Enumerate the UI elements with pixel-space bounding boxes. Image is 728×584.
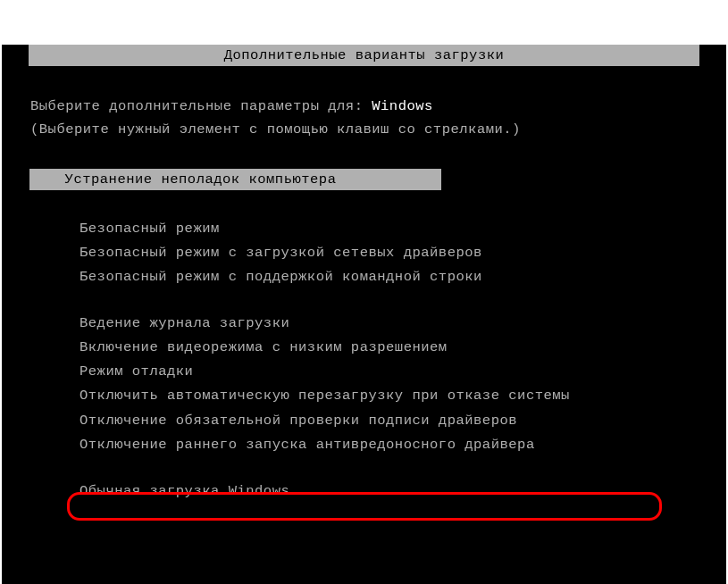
content-area: Выберите дополнительные параметры для: W… — [2, 95, 726, 504]
instruction-line1: Выберите дополнительные параметры для: W… — [30, 95, 698, 118]
option-disable-auto-restart[interactable]: Отключить автоматическую перезагрузку пр… — [79, 384, 698, 408]
option-safe-mode-networking[interactable]: Безопасный режим с загрузкой сетевых дра… — [79, 241, 698, 265]
boot-options-screen: Дополнительные варианты загрузки Выберит… — [2, 45, 726, 584]
option-start-windows-normally[interactable]: Обычная загрузка Windows — [79, 480, 698, 504]
instruction-text: Выберите дополнительные параметры для: W… — [30, 95, 698, 142]
instruction-line2: (Выберите нужный элемент с помощью клави… — [30, 118, 698, 141]
instruction-prefix: Выберите дополнительные параметры для: — [30, 98, 372, 114]
option-boot-logging[interactable]: Ведение журнала загрузки — [79, 312, 698, 336]
option-safe-mode-command[interactable]: Безопасный режим с поддержкой командной … — [79, 265, 698, 289]
normal-boot-group: Обычная загрузка Windows — [30, 480, 698, 504]
screen-title: Дополнительные варианты загрузки — [29, 45, 699, 66]
os-name: Windows — [372, 98, 433, 114]
option-disable-early-launch-antimalware[interactable]: Отключение раннего запуска антивредоносн… — [79, 433, 698, 457]
option-low-res-video[interactable]: Включение видеорежима с низким разрешени… — [79, 336, 698, 360]
option-debug-mode[interactable]: Режим отладки — [79, 360, 698, 384]
safe-mode-group: Безопасный режим Безопасный режим с загр… — [30, 217, 698, 289]
option-safe-mode[interactable]: Безопасный режим — [79, 217, 698, 241]
advanced-options-group: Ведение журнала загрузки Включение видео… — [30, 312, 698, 457]
selected-option-wrapper: Устранение неполадок компьютера — [30, 142, 698, 190]
option-repair-computer[interactable]: Устранение неполадок компьютера — [29, 169, 441, 190]
option-disable-driver-signature[interactable]: Отключение обязательной проверки подписи… — [79, 409, 698, 433]
